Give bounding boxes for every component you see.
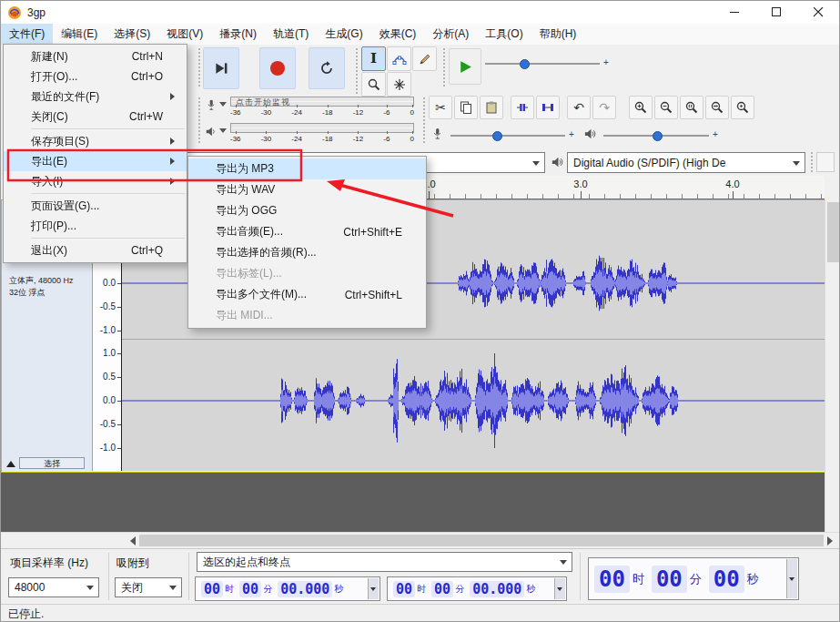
hours-value[interactable]: 00	[594, 566, 630, 593]
loop-button[interactable]	[309, 47, 345, 89]
play-speed-slider-thumb[interactable]	[520, 59, 530, 69]
playback-volume-slider[interactable]	[603, 135, 709, 137]
redo-button[interactable]: ↷	[592, 96, 616, 119]
meter-menu-caret[interactable]	[219, 102, 227, 110]
selection-mode-combo[interactable]: 选区的起点和终点	[197, 552, 572, 572]
minutes-value[interactable]: 00	[652, 566, 687, 593]
menubar-item-5[interactable]: 轨道(T)	[265, 24, 317, 45]
menubar-item-0[interactable]: 文件(F)	[1, 24, 53, 45]
audio-position-display[interactable]: 00时 00分 00秒	[588, 557, 799, 600]
menubar-item-10[interactable]: 帮助(H)	[531, 24, 585, 45]
toolbar-grip[interactable]	[198, 97, 200, 143]
meter-menu-caret[interactable]	[219, 128, 227, 137]
time-format-caret[interactable]	[554, 578, 565, 599]
menubar-item-3[interactable]: 视图(V)	[158, 24, 211, 45]
menubar-item-1[interactable]: 编辑(E)	[53, 24, 106, 45]
scroll-right-arrow[interactable]	[827, 536, 837, 546]
minutes-value[interactable]: 00	[431, 581, 453, 597]
trim-audio-button[interactable]	[511, 96, 534, 119]
hours-value[interactable]: 00	[201, 581, 223, 597]
selection-start-time[interactable]: 00时 00分 00.000秒	[195, 576, 380, 601]
file-menu-item-9[interactable]: 页面设置(G)...	[4, 196, 187, 216]
track-select-button[interactable]: 选择	[19, 457, 85, 469]
time-format-caret[interactable]	[786, 559, 797, 598]
envelope-tool-button[interactable]	[387, 46, 411, 71]
selection-tool-button[interactable]: I	[361, 46, 386, 71]
zoom-toggle-button[interactable]	[731, 96, 754, 119]
track-info-line1: 立体声, 48000 Hz	[9, 275, 74, 287]
zoom-tool-button[interactable]	[361, 72, 386, 97]
menubar-item-8[interactable]: 分析(A)	[424, 24, 477, 45]
draw-tool-button[interactable]	[412, 46, 437, 71]
file-menu-item-3[interactable]: 关闭(C)Ctrl+W	[4, 107, 187, 127]
file-menu-item-7[interactable]: 导入(I)	[4, 171, 187, 191]
recording-volume-thumb[interactable]	[492, 131, 502, 141]
menubar-item-6[interactable]: 生成(G)	[317, 24, 370, 45]
export-submenu-item-0[interactable]: 导出为 MP3	[188, 158, 426, 179]
vertical-scrollbar-thumb[interactable]	[827, 202, 839, 262]
seconds-value[interactable]: 00	[709, 566, 744, 593]
scroll-left-arrow[interactable]	[126, 536, 136, 546]
snap-to-combo[interactable]: 关闭	[115, 577, 182, 597]
track-collapse-triangle[interactable]	[6, 461, 15, 467]
file-menu-item-6[interactable]: 导出(E)	[4, 151, 187, 171]
toolbar-grip[interactable]	[443, 48, 445, 88]
file-menu-item-10[interactable]: 打印(P)...	[4, 216, 187, 236]
export-submenu-item-2[interactable]: 导出为 OGG	[188, 200, 426, 221]
record-button[interactable]	[259, 47, 296, 89]
playback-volume-thumb[interactable]	[653, 131, 663, 141]
copy-button[interactable]	[454, 96, 478, 119]
horizontal-scrollbar[interactable]	[1, 532, 840, 548]
recording-volume-slider[interactable]	[450, 135, 565, 137]
vertical-scrollbar[interactable]	[825, 199, 840, 532]
export-submenu-item-7[interactable]: 导出 MIDI...	[188, 305, 426, 326]
paste-button[interactable]	[480, 96, 503, 119]
collapsed-toolbar-stub	[816, 152, 835, 172]
export-submenu-item-1[interactable]: 导出为 WAV	[188, 179, 426, 200]
export-submenu-item-5[interactable]: 导出标签(L)...	[188, 263, 426, 284]
fit-project-button[interactable]	[705, 96, 729, 119]
menubar-item-7[interactable]: 效果(C)	[371, 24, 425, 45]
file-menu-item-0[interactable]: 新建(N)Ctrl+N	[4, 46, 187, 66]
selection-mode-value: 选区的起点和终点	[203, 555, 290, 570]
playback-device-combo[interactable]: Digital Audio (S/PDIF) (High De	[567, 152, 805, 173]
multi-tool-button[interactable]	[387, 72, 411, 97]
maximize-button[interactable]	[755, 1, 797, 24]
file-menu-item-12[interactable]: 退出(X)Ctrl+Q	[4, 240, 187, 260]
toolbar-grip[interactable]	[198, 48, 200, 88]
file-menu-item-1[interactable]: 打开(O)...Ctrl+O	[4, 66, 187, 87]
skip-to-end-button[interactable]	[203, 47, 239, 89]
toolbar-grip[interactable]	[356, 48, 358, 94]
export-submenu-item-3[interactable]: 导出音频(E)...Ctrl+Shift+E	[188, 221, 426, 242]
zoom-in-button[interactable]	[629, 96, 653, 119]
silence-audio-button[interactable]	[536, 96, 560, 119]
horizontal-scrollbar-thumb[interactable]	[139, 535, 824, 546]
toolbar-grip[interactable]	[811, 152, 813, 173]
time-format-caret[interactable]	[368, 578, 379, 599]
menubar-item-9[interactable]: 工具(O)	[477, 24, 531, 45]
file-menu-item-2[interactable]: 最近的文件(F)	[4, 87, 187, 107]
play-speed-slider[interactable]	[485, 63, 600, 65]
file-menu-item-5[interactable]: 保存项目(S)	[4, 131, 187, 151]
undo-button[interactable]: ↶	[567, 96, 591, 119]
minutes-value[interactable]: 00	[239, 581, 261, 597]
export-submenu: 导出为 MP3导出为 WAV导出为 OGG导出音频(E)...Ctrl+Shif…	[187, 156, 427, 329]
export-submenu-item-4[interactable]: 导出选择的音频(R)...	[188, 242, 426, 263]
menubar-item-2[interactable]: 选择(S)	[106, 24, 158, 45]
toolbar-grip[interactable]	[423, 97, 425, 145]
playback-meter[interactable]: -36-30-24-18-12-60	[203, 121, 418, 147]
export-submenu-item-6[interactable]: 导出多个文件(M)...Ctrl+Shift+L	[188, 284, 426, 305]
cut-button[interactable]: ✂	[429, 96, 452, 119]
menubar-item-4[interactable]: 播录(N)	[211, 24, 265, 45]
recording-meter[interactable]: 点击开始监视 -36-30-24-18-12-60	[203, 95, 418, 120]
play-at-speed-button[interactable]	[449, 48, 481, 85]
seconds-value[interactable]: 00.000	[470, 581, 524, 597]
selection-end-time[interactable]: 00时 00分 00.000秒	[387, 576, 567, 601]
hours-value[interactable]: 00	[393, 581, 415, 597]
seconds-value[interactable]: 00.000	[278, 581, 332, 597]
project-rate-combo[interactable]: 48000	[8, 577, 99, 597]
zoom-to-selection-button[interactable]	[680, 96, 703, 119]
close-button[interactable]	[797, 1, 839, 24]
zoom-out-button[interactable]	[654, 96, 678, 119]
minimize-button[interactable]	[713, 1, 755, 24]
